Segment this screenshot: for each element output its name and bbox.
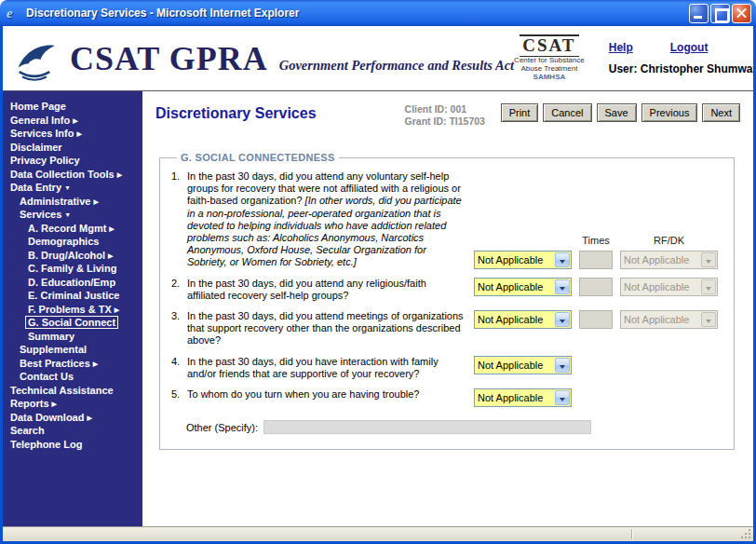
expand-arrow-icon: ▶ [52,401,57,407]
cancel-button[interactable]: Cancel [543,103,591,122]
chevron-down-icon [701,312,716,327]
sidebar-item-services[interactable]: Services▼ [3,208,142,222]
browser-window: e Discretionary Services - Microsoft Int… [0,0,756,544]
app-body: Home Page General Info▶ Services Info▶ D… [3,91,753,526]
control-row: Not Applicable Not Applicable [474,310,718,329]
next-button[interactable]: Next [702,103,740,122]
question-text: In the past 30 days, did you attend any … [187,170,465,269]
sidebar-item-reports[interactable]: Reports▶ [3,397,142,411]
control-row: Not Applicable Not Applicable [474,251,718,269]
sidebar-nav: Home Page General Info▶ Services Info▶ D… [3,91,142,526]
q3-answer-select[interactable]: Not Applicable [474,310,572,329]
app-header: CSAT GPRA Government Performance and Res… [3,26,753,91]
question-number: 5. [171,388,187,407]
section-legend: G. SOCIAL CONNECTEDNESS [177,152,339,163]
sidebar-item-e-criminal-justice[interactable]: E. Criminal Justice [3,289,142,303]
question-1: 1. In the past 30 days, did you attend a… [171,170,728,269]
minimize-icon[interactable] [689,4,709,23]
sidebar-item-search[interactable]: Search [3,424,142,438]
expand-arrow-icon: ▶ [93,198,98,205]
q2-times-input [579,278,613,296]
sidebar-item-administrative[interactable]: Administrative▶ [3,195,142,209]
chevron-down-icon[interactable] [555,390,570,405]
page-title: Discretionary Services [155,101,317,122]
window-frame: CSAT GPRA Government Performance and Res… [0,26,756,544]
save-button[interactable]: Save [597,103,637,122]
q3-times-input [579,310,613,329]
question-number: 3. [171,310,187,347]
q3-rfdk-select: Not Applicable [620,310,718,329]
status-bar [3,526,753,541]
sidebar-item-data-download[interactable]: Data Download▶ [3,411,142,425]
hhs-logo [10,34,59,83]
record-ids: Client ID: 001 Grant ID: TI15703 [405,101,485,128]
sidebar-item-d-education-emp[interactable]: D. Education/Emp [3,276,142,290]
window-controls [689,4,751,23]
q4-answer-select[interactable]: Not Applicable [474,356,572,374]
column-headers: Times RF/DK [474,235,718,246]
status-bar-divider [631,529,632,539]
print-button[interactable]: Print [501,103,539,122]
sidebar-item-general-info[interactable]: General Info▶ [3,114,142,128]
social-connectedness-section: G. SOCIAL CONNECTEDNESS 1. In the past 3… [159,152,735,450]
q1-answer-select[interactable]: Not Applicable [474,251,572,269]
samhsa-label: SAMHSA [514,74,585,82]
question-number: 4. [171,356,187,380]
expand-arrow-icon: ▶ [108,252,113,259]
chevron-down-icon[interactable] [555,312,570,327]
expand-arrow-icon: ▶ [87,415,91,421]
help-link[interactable]: Help [609,41,633,54]
sidebar-item-f-problems-tx[interactable]: F. Problems & TX▶ [3,303,142,317]
expand-arrow-icon: ▶ [76,130,81,137]
header-right: Help Logout User: Christopher Shumway [609,41,756,75]
sidebar-item-demographics[interactable]: Demographics [3,235,142,249]
chevron-down-icon[interactable] [555,358,570,373]
q1-rfdk-select: Not Applicable [620,251,718,269]
close-icon[interactable] [732,4,751,23]
chevron-down-icon[interactable] [555,279,570,294]
sidebar-item-g-social-connect[interactable]: G. Social Connect [3,316,142,330]
other-specify-label: Other (Specify): [186,422,258,433]
sidebar-item-technical-assistance[interactable]: Technical Assistance [3,384,142,398]
sidebar-item-contact-us[interactable]: Contact Us [3,370,142,384]
sidebar-item-supplemental[interactable]: Supplemental [3,343,142,357]
question-number: 1. [171,170,187,269]
sidebar-item-home-page[interactable]: Home Page [3,100,142,114]
question-3: 3. In the past 30 days, did you attend m… [171,310,728,347]
brand: CSAT GPRA Government Performance and Res… [70,39,514,78]
sidebar-item-data-entry[interactable]: Data Entry▼ [3,181,142,195]
sidebar-item-disclaimer[interactable]: Disclaimer [3,141,142,155]
question-text: In the past 30 days, did you attend meet… [187,310,465,347]
grant-id: Grant ID: TI15703 [405,116,485,128]
toolbar: Print Cancel Save Previous Next [501,101,740,122]
control-row: Not Applicable Not Applicable [474,278,718,296]
question-controls: Not Applicable [474,356,572,374]
collapse-arrow-icon: ▼ [64,211,71,218]
sidebar-item-b-drug-alcohol[interactable]: B. Drug/Alcohol▶ [3,249,142,263]
previous-button[interactable]: Previous [641,103,698,122]
times-column-header: Times [579,235,613,246]
sidebar-item-services-info[interactable]: Services Info▶ [3,127,142,141]
chevron-down-icon [701,279,716,294]
expand-arrow-icon: ▶ [115,306,119,313]
sidebar-item-summary[interactable]: Summary [3,330,142,344]
sidebar-item-data-collection-tools[interactable]: Data Collection Tools▶ [3,168,142,182]
q5-answer-select[interactable]: Not Applicable [474,388,572,407]
sidebar-item-best-practices[interactable]: Best Practices▶ [3,357,142,371]
expand-arrow-icon: ▶ [109,225,114,232]
logout-link[interactable]: Logout [670,41,709,54]
rfdk-column-header: RF/DK [620,235,718,246]
q2-rfdk-select: Not Applicable [620,278,718,296]
sidebar-item-privacy-policy[interactable]: Privacy Policy [3,154,142,168]
q2-answer-select[interactable]: Not Applicable [474,278,572,296]
chevron-down-icon[interactable] [555,252,570,267]
header-links: Help Logout [609,41,756,54]
control-row: Not Applicable [474,388,572,407]
question-2: 2. In the past 30 days, did you attend a… [171,278,728,302]
title-bar[interactable]: e Discretionary Services - Microsoft Int… [0,0,756,26]
sidebar-item-c-family-living[interactable]: C. Family & Living [3,262,142,276]
maximize-icon[interactable] [710,4,730,23]
sidebar-item-telephone-log[interactable]: Telephone Log [3,438,142,452]
expand-arrow-icon: ▶ [117,171,122,178]
sidebar-item-a-record-mgmt[interactable]: A. Record Mgmt▶ [3,222,142,236]
